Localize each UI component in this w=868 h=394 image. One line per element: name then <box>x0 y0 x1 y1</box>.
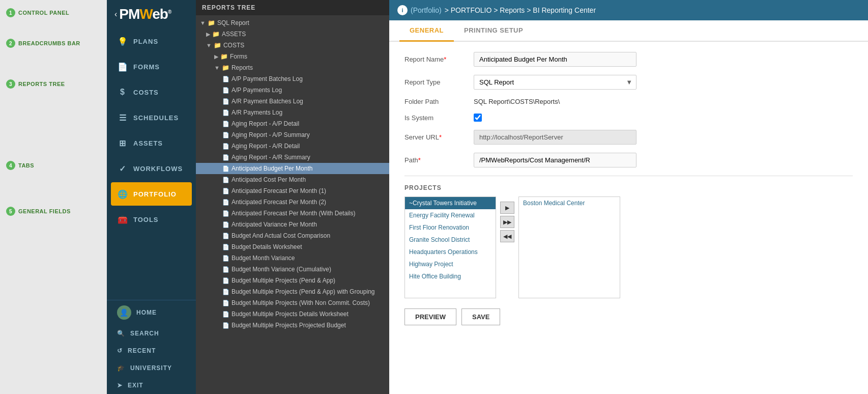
annotation-general-fields: 5 GENERAL FIELDS <box>0 204 107 219</box>
project-left-item[interactable]: Hite Office Building <box>405 270 496 283</box>
plans-icon: 💡 <box>117 36 128 47</box>
move-right-all-button[interactable]: ▶▶ <box>500 216 514 228</box>
tree-item-label: ASSETS <box>222 31 246 38</box>
tree-item[interactable]: 📄 Anticipated Forecast Per Month (2) <box>196 196 389 208</box>
sidebar-item-university[interactable]: 🎓 UNIVERSITY <box>107 359 196 377</box>
project-left-item[interactable]: First Floor Renovation <box>405 221 496 234</box>
tree-item[interactable]: 📄 Anticipated Forecast Per Month (1) <box>196 185 389 196</box>
tree-item[interactable]: 📄 Anticipated Variance Per Month <box>196 219 389 230</box>
tree-item[interactable]: 📄 Aging Report - A/R Summary <box>196 152 389 163</box>
tree-item[interactable]: 📄 Anticipated Forecast Per Month (With D… <box>196 208 389 219</box>
tree-item[interactable]: 📄 Budget Month Variance <box>196 252 389 264</box>
sidebar-item-schedules[interactable]: ☰ SCHEDULES <box>107 105 196 130</box>
tab-general[interactable]: GENERAL <box>399 20 454 42</box>
project-list-right[interactable]: Boston Medical Center <box>518 196 620 298</box>
file-icon: 📄 <box>222 143 229 150</box>
move-left-all-button[interactable]: ◀◀ <box>500 230 514 242</box>
tree-item[interactable]: 📄 Aging Report - A/P Summary <box>196 129 389 140</box>
tree-item[interactable]: ▼ 📁 COSTS <box>196 40 389 51</box>
projects-header: PROJECTS <box>404 184 853 191</box>
sidebar-bottom: 👤 HOME 🔍 SEARCH ↺ RECENT 🎓 UNIVERSITY ➤ … <box>107 300 196 394</box>
file-icon: 📄 <box>222 289 229 295</box>
tree-item-label: Anticipated Variance Per Month <box>232 221 317 228</box>
file-icon: 📄 <box>222 188 229 194</box>
server-url-row: Server URL* <box>404 130 853 145</box>
report-type-label: Report Type <box>404 78 466 86</box>
tree-item[interactable]: 📄 Anticipated Cost Per Month <box>196 174 389 185</box>
tree-header: REPORTS TREE <box>196 0 389 15</box>
move-right-button[interactable]: ▶ <box>500 202 514 214</box>
sidebar-item-plans[interactable]: 💡 PLANS <box>107 29 196 54</box>
project-left-item[interactable]: Energy Facility Renewal <box>405 209 496 221</box>
project-left-item[interactable]: Highway Project <box>405 258 496 270</box>
sidebar-item-forms[interactable]: 📄 FORMS <box>107 54 196 79</box>
tree-item-label: A/R Payment Batches Log <box>232 98 303 105</box>
tree-item-label: Budget Multiple Projects Projected Budge… <box>232 322 346 329</box>
report-name-input[interactable] <box>474 52 636 67</box>
tab-printing[interactable]: PRINTING SETUP <box>454 20 533 42</box>
general-fields-panel: Report Name* Report Type SQL Report Crys… <box>389 42 868 394</box>
tree-item[interactable]: 📄 Budget Multiple Projects (Pend & App) … <box>196 286 389 297</box>
tree-item[interactable]: 📄 Budget Multiple Projects (With Non Com… <box>196 297 389 308</box>
is-system-label: Is System <box>404 114 466 122</box>
tree-item[interactable]: ▼ 📁 Reports <box>196 62 389 73</box>
tree-item[interactable]: ▶ 📁 ASSETS <box>196 29 389 40</box>
sidebar-item-exit[interactable]: ➤ EXIT <box>107 377 196 394</box>
project-list-left[interactable]: ~Crystal Towers InitiativeEnergy Facilit… <box>404 196 496 298</box>
project-left-item[interactable]: Headquarters Operations <box>405 246 496 258</box>
breadcrumb-portfolio-link[interactable]: (Portfolio) <box>411 6 442 14</box>
sidebar-logo[interactable]: ‹ PMWeb® <box>107 0 196 29</box>
tree-header-label: REPORTS TREE <box>202 4 255 11</box>
exit-icon: ➤ <box>117 382 123 389</box>
project-right-item[interactable]: Boston Medical Center <box>519 197 620 209</box>
annotation-control-panel: 1 CONTROL PANEL <box>0 5 107 20</box>
tree-item-label: Budget Multiple Projects (Pend & App) wi… <box>232 288 374 295</box>
file-icon: 📄 <box>222 132 229 138</box>
preview-button[interactable]: PREVIEW <box>404 308 456 325</box>
sidebar-item-workflows[interactable]: ✓ WORKFLOWS <box>107 156 196 181</box>
sidebar-item-assets[interactable]: ⊞ ASSETS <box>107 130 196 156</box>
tree-item[interactable]: 📄 Budget Month Variance (Cumulative) <box>196 264 389 275</box>
path-input[interactable] <box>474 153 636 167</box>
tree-item[interactable]: 📄 Budget And Actual Cost Comparison <box>196 230 389 241</box>
file-icon: 📄 <box>222 199 229 206</box>
project-left-item[interactable]: ~Crystal Towers Initiative <box>405 197 496 209</box>
sidebar-collapse-icon[interactable]: ‹ <box>114 10 117 19</box>
recent-icon: ↺ <box>117 347 123 354</box>
tree-item[interactable]: 📄 Aging Report - A/P Detail <box>196 118 389 129</box>
tree-item[interactable]: 📄 Budget Multiple Projects (Pend & App) <box>196 275 389 286</box>
tree-item-label: SQL Report <box>217 19 249 26</box>
tree-item-label: Budget Multiple Projects (With Non Commi… <box>232 299 370 306</box>
save-button[interactable]: SAVE <box>461 308 500 325</box>
tree-item-label: Anticipated Forecast Per Month (With Det… <box>232 210 355 217</box>
sidebar-item-home[interactable]: 👤 HOME <box>107 300 196 325</box>
project-left-item[interactable]: Granite School District <box>405 234 496 246</box>
tree-item[interactable]: 📄 Budget Multiple Projects Projected Bud… <box>196 320 389 331</box>
tree-item[interactable]: 📄 Budget Details Worksheet <box>196 241 389 252</box>
is-system-checkbox[interactable] <box>474 114 482 122</box>
tree-item-label: Aging Report - A/P Detail <box>232 120 299 127</box>
tree-item[interactable]: 📄 A/R Payments Log <box>196 107 389 118</box>
file-icon: 📄 <box>222 154 229 161</box>
tree-item[interactable]: 📄 Anticipated Budget Per Month <box>196 163 389 174</box>
report-type-select[interactable]: SQL Report Crystal Report SSRS Report <box>474 75 636 90</box>
tree-item[interactable]: ▼ 📁 SQL Report <box>196 17 389 29</box>
schedules-icon: ☰ <box>117 112 128 123</box>
tree-body[interactable]: ▼ 📁 SQL Report▶ 📁 ASSETS▼ 📁 COSTS▶ 📁 For… <box>196 15 389 394</box>
sidebar-item-recent[interactable]: ↺ RECENT <box>107 342 196 359</box>
costs-icon: $ <box>117 87 128 98</box>
sidebar-item-search[interactable]: 🔍 SEARCH <box>107 325 196 342</box>
tree-item[interactable]: 📄 A/P Payment Batches Log <box>196 73 389 85</box>
tree-item[interactable]: 📄 A/P Payments Log <box>196 85 389 96</box>
folder-icon: 📁 <box>220 53 228 60</box>
tree-item[interactable]: 📄 A/R Payment Batches Log <box>196 96 389 107</box>
sidebar-item-portfolio[interactable]: 🌐 PORTFOLIO <box>111 182 192 206</box>
tree-item[interactable]: ▶ 📁 Forms <box>196 51 389 62</box>
tree-item[interactable]: 📄 Aging Report - A/R Detail <box>196 140 389 152</box>
server-url-input[interactable] <box>474 130 636 145</box>
tree-item-label: A/P Payment Batches Log <box>232 75 303 82</box>
sidebar-item-tools[interactable]: 🧰 TOOLS <box>107 207 196 232</box>
tree-item-label: Budget Multiple Projects (Pend & App) <box>232 277 335 284</box>
tree-item[interactable]: 📄 Budget Multiple Projects Details Works… <box>196 308 389 320</box>
sidebar-item-costs[interactable]: $ COSTS <box>107 79 196 105</box>
